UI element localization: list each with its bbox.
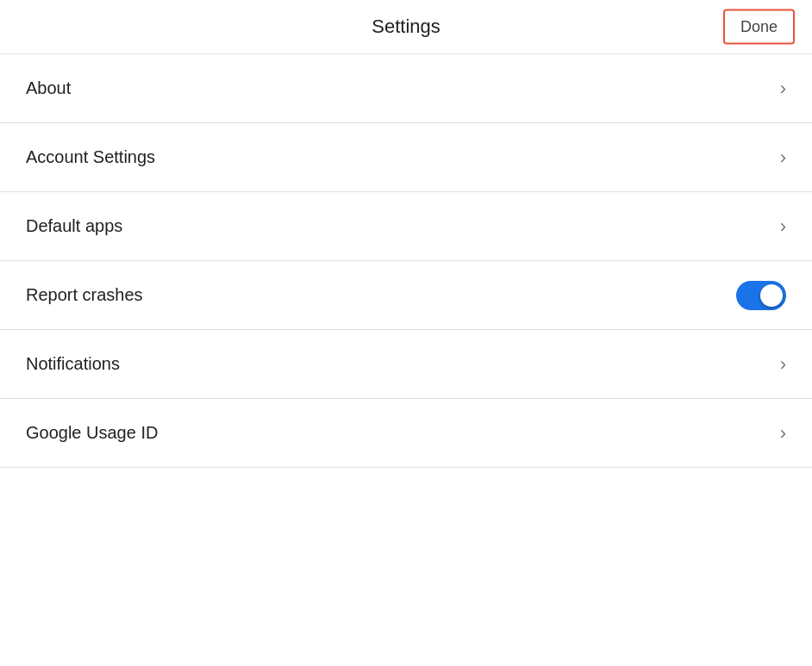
settings-label-report-crashes: Report crashes <box>26 285 143 305</box>
settings-item-notifications[interactable]: Notifications› <box>0 330 812 399</box>
toggle-report-crashes[interactable] <box>736 281 786 310</box>
header: Settings Done <box>0 0 812 54</box>
settings-label-account-settings: Account Settings <box>26 147 155 167</box>
settings-item-default-apps[interactable]: Default apps› <box>0 192 812 261</box>
settings-item-about[interactable]: About› <box>0 54 812 123</box>
page-title: Settings <box>372 16 440 38</box>
settings-item-report-crashes[interactable]: Report crashes <box>0 261 812 330</box>
done-button[interactable]: Done <box>723 9 795 45</box>
settings-screen: Settings Done About›Account Settings›Def… <box>0 0 812 468</box>
chevron-right-icon: › <box>780 78 786 100</box>
chevron-right-icon: › <box>780 215 786 238</box>
settings-label-about: About <box>26 78 71 98</box>
toggle-slider <box>736 281 786 310</box>
chevron-right-icon: › <box>780 353 786 376</box>
chevron-right-icon: › <box>780 146 786 169</box>
settings-item-account-settings[interactable]: Account Settings› <box>0 123 812 192</box>
chevron-right-icon: › <box>780 422 786 445</box>
settings-label-google-usage-id: Google Usage ID <box>26 423 158 443</box>
settings-item-google-usage-id[interactable]: Google Usage ID› <box>0 399 812 468</box>
settings-label-notifications: Notifications <box>26 354 120 374</box>
settings-list: About›Account Settings›Default apps›Repo… <box>0 54 812 468</box>
settings-label-default-apps: Default apps <box>26 216 122 236</box>
